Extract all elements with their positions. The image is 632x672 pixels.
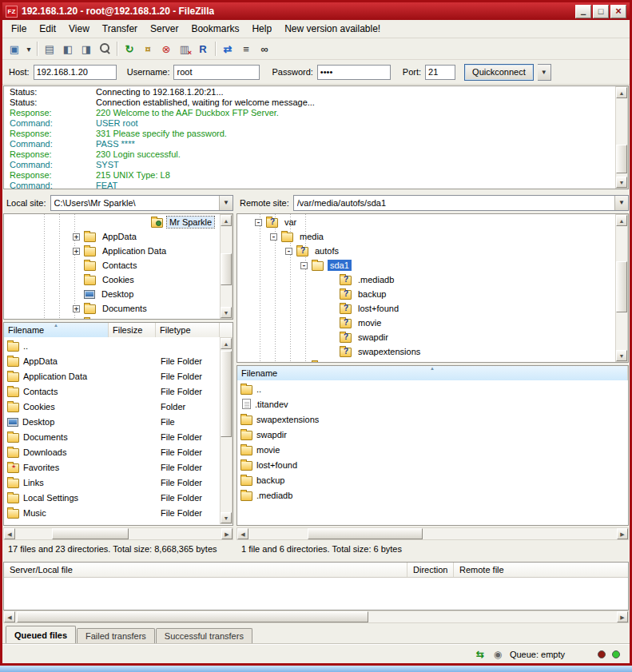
file-row[interactable]: Desktop File bbox=[4, 414, 233, 429]
scroll-down-button[interactable]: ▼ bbox=[616, 350, 627, 361]
tree-item[interactable]: Contacts bbox=[4, 258, 233, 272]
column-header-server-local-file[interactable]: Server/Local file bbox=[4, 563, 407, 577]
toolbar-button[interactable] bbox=[237, 40, 255, 58]
host-input[interactable] bbox=[34, 65, 117, 80]
remote-tree-scrollbar[interactable]: ▲ ▼ bbox=[615, 214, 628, 362]
scroll-up-button[interactable]: ▲ bbox=[221, 215, 232, 226]
menu-item[interactable]: New version available! bbox=[278, 20, 387, 38]
tree-item[interactable]: + Application Data bbox=[4, 244, 233, 258]
scroll-right-button[interactable]: ▶ bbox=[617, 528, 628, 539]
file-row[interactable]: AppData File Folder bbox=[4, 353, 233, 368]
scroll-left-button[interactable]: ◀ bbox=[237, 528, 248, 539]
tree-item[interactable]: Desktop bbox=[4, 287, 233, 301]
scroll-up-button[interactable]: ▲ bbox=[616, 215, 627, 226]
menu-item[interactable]: File bbox=[5, 20, 33, 38]
toolbar-button[interactable] bbox=[219, 40, 237, 58]
scroll-thumb[interactable] bbox=[52, 528, 129, 539]
file-row[interactable]: .. bbox=[237, 381, 628, 396]
file-row[interactable]: .titandev bbox=[237, 396, 628, 412]
tree-item[interactable]: backup bbox=[237, 287, 628, 301]
chevron-down-icon[interactable]: ▼ bbox=[219, 196, 233, 210]
scroll-thumb[interactable] bbox=[221, 253, 232, 285]
expand-toggle-icon[interactable]: - bbox=[270, 233, 277, 241]
remote-site-combo[interactable]: /var/media/autofs/sda1 ▼ bbox=[293, 195, 629, 211]
scroll-down-button[interactable]: ▼ bbox=[616, 177, 627, 188]
tree-item[interactable]: swapextensions bbox=[237, 344, 628, 359]
file-row[interactable]: swapextensions bbox=[237, 412, 628, 427]
tree-item[interactable]: + Documents bbox=[4, 301, 233, 316]
menu-item[interactable]: Server bbox=[144, 20, 185, 38]
file-row[interactable]: Cookies Folder bbox=[4, 399, 233, 414]
toolbar-button[interactable] bbox=[121, 40, 138, 58]
expand-toggle-icon[interactable]: + bbox=[73, 320, 80, 320]
scroll-thumb[interactable] bbox=[221, 351, 232, 437]
port-input[interactable] bbox=[425, 65, 455, 80]
file-row[interactable]: movie bbox=[237, 442, 628, 457]
tree-item[interactable]: movie bbox=[237, 316, 628, 330]
expand-toggle-icon[interactable]: + bbox=[73, 233, 80, 241]
column-header-direction[interactable]: Direction bbox=[407, 563, 454, 577]
quickconnect-button[interactable]: Quickconnect bbox=[464, 64, 534, 81]
log-scrollbar[interactable]: ▲ ▼ bbox=[615, 86, 628, 189]
quickconnect-dropdown-icon[interactable]: ▼ bbox=[538, 64, 551, 81]
menu-item[interactable]: View bbox=[62, 20, 96, 38]
queue-horizontal-scrollbar[interactable]: ◀ ▶ bbox=[3, 610, 629, 623]
column-header-filetype[interactable]: Filetype bbox=[156, 323, 220, 337]
tree-item[interactable]: dvd bbox=[237, 359, 628, 363]
file-row[interactable]: Favorites File Folder bbox=[4, 459, 233, 475]
expand-toggle-icon[interactable]: - bbox=[285, 248, 292, 255]
file-row[interactable]: .. bbox=[4, 338, 233, 353]
scroll-thumb[interactable] bbox=[308, 528, 423, 539]
column-header-filesize[interactable]: Filesize bbox=[109, 323, 156, 337]
menu-item[interactable]: Help bbox=[245, 20, 278, 38]
file-row[interactable]: Contacts File Folder bbox=[4, 384, 233, 399]
password-input[interactable] bbox=[317, 65, 391, 80]
menu-item[interactable]: Transfer bbox=[96, 20, 144, 38]
scroll-up-button[interactable]: ▲ bbox=[616, 87, 627, 98]
username-input[interactable] bbox=[173, 65, 260, 80]
scroll-down-button[interactable]: ▼ bbox=[221, 307, 232, 318]
scroll-down-button[interactable]: ▼ bbox=[221, 512, 232, 523]
file-row[interactable]: Local Settings File Folder bbox=[4, 490, 233, 505]
file-row[interactable]: swapdir bbox=[237, 427, 628, 442]
scroll-thumb[interactable] bbox=[17, 611, 368, 622]
file-row[interactable]: Application Data File Folder bbox=[4, 368, 233, 384]
scroll-left-button[interactable]: ◀ bbox=[4, 611, 15, 622]
window-control-button[interactable] bbox=[575, 5, 591, 18]
tree-item[interactable]: lost+found bbox=[237, 301, 628, 316]
file-row[interactable]: .mediadb bbox=[237, 487, 628, 503]
scroll-thumb[interactable] bbox=[616, 145, 627, 173]
tree-item[interactable]: - autofs bbox=[237, 244, 628, 258]
tree-item[interactable]: .mediadb bbox=[237, 272, 628, 287]
tree-item[interactable]: - sda1 bbox=[237, 258, 628, 272]
toolbar-button[interactable] bbox=[96, 40, 113, 58]
column-header-remote-file[interactable]: Remote file bbox=[454, 563, 628, 577]
expand-toggle-icon[interactable]: - bbox=[300, 262, 308, 269]
queue-tab[interactable]: Queued files bbox=[6, 626, 76, 644]
chevron-down-icon[interactable]: ▼ bbox=[614, 196, 628, 210]
local-list-scrollbar[interactable]: ▲ ▼ bbox=[220, 337, 233, 524]
window-control-button[interactable] bbox=[593, 5, 609, 18]
queue-tab[interactable]: Successful transfers bbox=[156, 628, 252, 644]
toolbar-button[interactable] bbox=[139, 40, 157, 58]
tree-item[interactable]: Cookies bbox=[4, 272, 233, 287]
column-header-filename[interactable]: Filename ▲ bbox=[237, 366, 628, 380]
scroll-right-button[interactable]: ▶ bbox=[617, 611, 628, 622]
toolbar-button[interactable] bbox=[194, 40, 212, 58]
expand-toggle-icon[interactable]: + bbox=[73, 248, 80, 255]
file-row[interactable]: Music File Folder bbox=[4, 505, 233, 520]
toolbar-button[interactable] bbox=[6, 40, 23, 58]
toolbar-button[interactable] bbox=[24, 40, 34, 58]
tree-item[interactable]: swapdir bbox=[237, 330, 628, 344]
file-row[interactable]: backup bbox=[237, 472, 628, 487]
toolbar-button[interactable] bbox=[59, 40, 77, 58]
scroll-thumb[interactable] bbox=[616, 261, 627, 312]
toolbar-button[interactable] bbox=[256, 40, 273, 58]
menu-item[interactable]: Bookmarks bbox=[185, 20, 245, 38]
queue-tab[interactable]: Failed transfers bbox=[77, 628, 155, 644]
scroll-right-button[interactable]: ▶ bbox=[221, 528, 233, 539]
expand-toggle-icon[interactable]: - bbox=[255, 219, 262, 226]
remote-horizontal-scrollbar[interactable]: ◀ ▶ bbox=[237, 527, 629, 540]
tree-item[interactable]: Mr Sparkle bbox=[4, 215, 233, 229]
menu-item[interactable]: Edit bbox=[33, 20, 62, 38]
